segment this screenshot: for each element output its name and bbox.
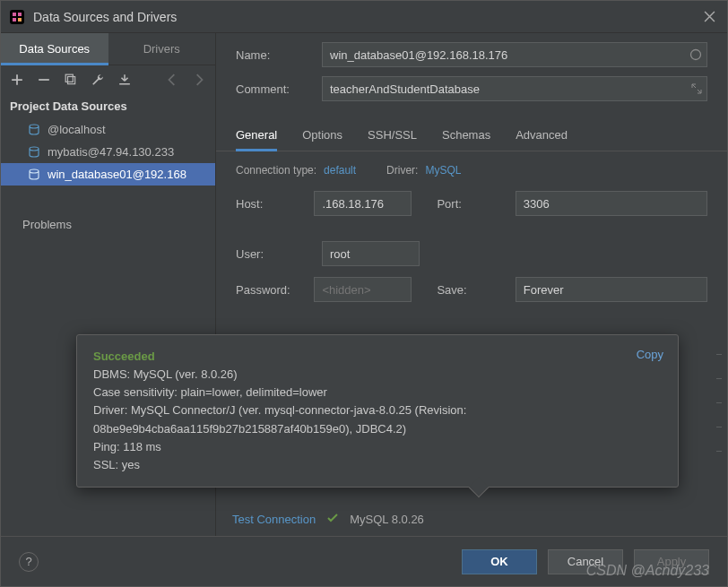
remove-button[interactable]	[37, 73, 51, 87]
add-button[interactable]	[10, 73, 24, 87]
password-input[interactable]	[314, 277, 412, 302]
svg-rect-0	[10, 10, 24, 24]
forward-button[interactable]	[192, 73, 206, 87]
host-input[interactable]	[314, 191, 412, 216]
test-connection-row: Test Connection MySQL 8.0.26	[232, 512, 424, 527]
name-input[interactable]	[322, 42, 707, 67]
connection-result-popup: Copy Succeeded DBMS: MySQL (ver. 8.0.26)…	[76, 334, 679, 488]
ok-button[interactable]: OK	[462, 549, 537, 574]
circle-icon	[689, 48, 702, 61]
cancel-button[interactable]: Cancel	[548, 549, 623, 574]
datasource-label: @localhost	[48, 123, 106, 136]
back-button[interactable]	[165, 73, 179, 87]
database-icon	[28, 168, 40, 181]
save-select[interactable]	[516, 277, 707, 302]
sidebar-toolbar	[1, 65, 215, 94]
titlebar: Data Sources and Drivers	[1, 1, 727, 33]
tab-advanced[interactable]: Advanced	[516, 128, 568, 151]
datasource-item-selected[interactable]: win_database01@192.168	[1, 163, 215, 186]
help-button[interactable]: ?	[19, 552, 39, 572]
dialog-title: Data Sources and Drivers	[33, 10, 700, 24]
popup-line: DBMS: MySQL (ver. 8.0.26)	[93, 366, 662, 384]
datasource-item[interactable]: @localhost	[1, 118, 215, 141]
sidebar-tabs: Data Sources Drivers	[1, 33, 215, 65]
comment-input[interactable]	[322, 76, 707, 101]
test-connection-link[interactable]: Test Connection	[232, 513, 316, 526]
settings-button[interactable]	[91, 73, 105, 87]
tab-sshssl[interactable]: SSH/SSL	[368, 128, 417, 151]
datasource-label: mybatis@47.94.130.233	[48, 145, 174, 159]
datasource-label: win_database01@192.168	[48, 168, 186, 181]
database-icon	[28, 146, 40, 159]
dialog-footer: ? OK Cancel Apply	[1, 536, 727, 586]
expand-button[interactable]	[691, 83, 702, 94]
expand-icon	[691, 83, 702, 94]
user-input[interactable]	[322, 241, 420, 266]
popup-line: Ping: 118 ms	[93, 438, 662, 456]
status-succeeded: Succeeded	[93, 348, 662, 366]
copy-icon	[65, 73, 77, 86]
name-label: Name:	[236, 48, 313, 62]
svg-point-3	[691, 50, 701, 60]
apply-button[interactable]: Apply	[634, 549, 709, 574]
tab-drivers[interactable]: Drivers	[108, 33, 216, 65]
dialog-window: Data Sources and Drivers Data Sources Dr…	[0, 0, 728, 587]
host-label: Host:	[236, 197, 305, 211]
driver-label: Driver:	[386, 164, 418, 177]
database-icon	[28, 124, 40, 136]
tab-general[interactable]: General	[236, 128, 277, 151]
arrow-right-icon	[193, 73, 205, 86]
driver-link[interactable]: MySQL	[425, 164, 461, 177]
port-input[interactable]	[516, 191, 707, 216]
password-label: Password:	[236, 283, 305, 297]
popup-line: Case sensitivity: plain=lower, delimited…	[93, 384, 662, 401]
conn-type-label: Connection type:	[236, 164, 316, 177]
copy-link[interactable]: Copy	[637, 346, 663, 364]
make-global-button[interactable]	[117, 73, 132, 87]
port-label: Port:	[437, 197, 506, 211]
svg-rect-1	[68, 77, 75, 84]
plus-icon	[11, 73, 23, 86]
check-icon	[326, 512, 339, 527]
obscured-row-edges	[716, 354, 722, 452]
popup-line: SSL: yes	[93, 456, 662, 474]
reset-color-button[interactable]	[689, 48, 702, 61]
conn-type-link[interactable]: default	[324, 164, 356, 177]
tab-options[interactable]: Options	[302, 128, 342, 151]
close-icon	[704, 11, 715, 22]
save-label: Save:	[437, 283, 506, 297]
user-label: User:	[236, 247, 313, 261]
tab-schemas[interactable]: Schemas	[442, 128, 490, 151]
import-icon	[118, 73, 131, 86]
tree-section-label: Project Data Sources	[1, 94, 215, 118]
problems-section[interactable]: Problems	[1, 211, 215, 238]
comment-label: Comment:	[236, 82, 313, 96]
tab-data-sources[interactable]: Data Sources	[1, 33, 108, 65]
copy-button[interactable]	[64, 73, 78, 87]
close-button[interactable]	[700, 8, 718, 26]
popup-line: Driver: MySQL Connector/J (ver. mysql-co…	[93, 401, 662, 437]
app-icon	[10, 10, 24, 24]
svg-rect-2	[65, 74, 73, 82]
db-version-text: MySQL 8.0.26	[350, 513, 424, 526]
config-tabs: General Options SSH/SSL Schemas Advanced	[216, 107, 727, 151]
arrow-left-icon	[166, 73, 178, 86]
connection-info-line: Connection type: default Driver: MySQL	[216, 151, 727, 180]
wrench-icon	[91, 73, 104, 86]
datasource-item[interactable]: mybatis@47.94.130.233	[1, 141, 215, 163]
minus-icon	[38, 73, 50, 86]
